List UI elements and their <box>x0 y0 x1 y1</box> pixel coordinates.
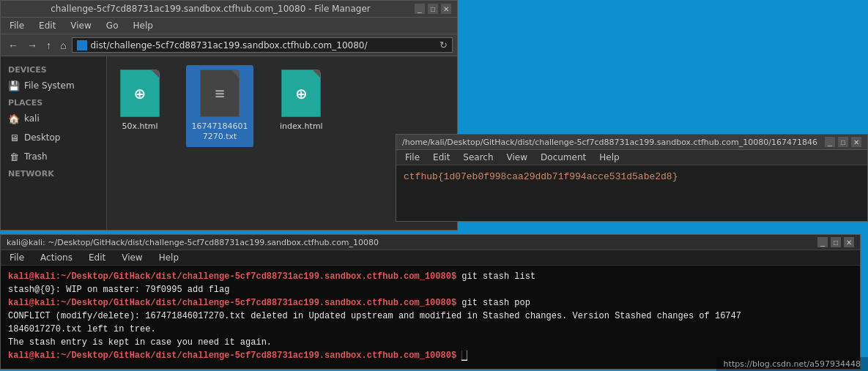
sidebar: DEVICES 💾 File System PLACES 🏠 kali 🖥 De… <box>1 56 107 230</box>
status-text: https://blog.csdn.net/a597934448 <box>724 359 861 369</box>
terminal-maximize[interactable]: □ <box>831 237 841 247</box>
menu-file[interactable]: File <box>7 20 27 31</box>
terminal-window: kali@kali: ~/Desktop/GitHack/dist/challe… <box>0 234 861 370</box>
txt-icon-symbol: ≡ <box>214 86 225 101</box>
terminal-cmd-0: git stash list <box>456 271 535 282</box>
file-manager-menubar: File Edit View Go Help <box>1 18 457 34</box>
terminal-titlebar: kali@kali: ~/Desktop/GitHack/dist/challe… <box>1 235 860 250</box>
terminal-output-5: The stash entry is kept in case you need… <box>8 337 272 348</box>
menu-go[interactable]: Go <box>103 20 122 31</box>
file-icon-index: ⊕ <box>281 70 321 117</box>
window-controls: _ □ ✕ <box>415 4 451 14</box>
menu-edit[interactable]: Edit <box>36 20 59 31</box>
minimize-button[interactable]: _ <box>415 4 425 14</box>
fm-body: DEVICES 💾 File System PLACES 🏠 kali 🖥 De… <box>1 56 457 230</box>
file-manager-title: challenge-5cf7cd88731ac199.sandbox.ctfhu… <box>7 4 415 14</box>
file-icon-50x: ⊕ <box>120 70 160 117</box>
terminal-menubar: File Actions Edit View Help <box>1 250 860 266</box>
trash-icon: 🗑 <box>8 151 20 162</box>
address-bar[interactable]: dist/challenge-5cf7cd88731ac199.sandbox.… <box>72 37 453 53</box>
toolbar: ← → ↑ ⌂ dist/challenge-5cf7cd88731ac199.… <box>1 34 457 56</box>
terminal-line-1: stash@{0}: WIP on master: 79f0995 add fl… <box>8 283 853 296</box>
editor-menu-view[interactable]: View <box>504 151 530 163</box>
terminal-prompt-0: kali@kali:~/Desktop/GitHack/dist/challen… <box>8 271 456 282</box>
term-menu-file[interactable]: File <box>7 252 27 263</box>
html-icon-symbol: ⊕ <box>134 85 146 102</box>
terminal-controls: _ □ ✕ <box>817 237 854 247</box>
editor-text: ctfhub{1d07eb0f998caa29ddb71f994acce531d… <box>404 171 678 182</box>
editor-menu-file[interactable]: File <box>402 151 423 163</box>
index-icon-symbol: ⊕ <box>295 85 308 102</box>
terminal-prompt-2: kali@kali:~/Desktop/GitHack/dist/challen… <box>8 298 456 308</box>
terminal-output-3: CONFLICT (modify/delete): 16747184601727… <box>8 311 741 321</box>
sidebar-item-filesystem-label: File System <box>24 80 75 91</box>
sidebar-item-filesystem[interactable]: 💾 File System <box>1 76 106 95</box>
editor-content: ctfhub{1d07eb0f998caa29ddb71f994acce531d… <box>396 165 867 221</box>
term-menu-edit[interactable]: Edit <box>86 252 108 263</box>
terminal-line-3: CONFLICT (modify/delete): 16747184601727… <box>8 310 853 323</box>
file-label-index: index.html <box>280 121 323 132</box>
sidebar-item-desktop[interactable]: 🖥 Desktop <box>1 128 106 147</box>
editor-titlebar: /home/kali/Desktop/GitHack/dist/challeng… <box>396 135 867 150</box>
file-item-txt[interactable]: ≡ 167471846017270.txt <box>186 65 253 147</box>
close-button[interactable]: ✕ <box>441 4 451 14</box>
sidebar-item-kali[interactable]: 🏠 kali <box>1 109 106 128</box>
terminal-cursor: █ <box>456 351 467 361</box>
file-item-50x[interactable]: ⊕ 50x.html <box>116 65 164 136</box>
status-bar: https://blog.csdn.net/a597934448 <box>716 357 868 371</box>
sidebar-item-desktop-label: Desktop <box>24 132 61 143</box>
terminal-output-1: stash@{0}: WIP on master: 79f0995 add fl… <box>8 285 229 295</box>
forward-button[interactable]: → <box>24 38 40 53</box>
home-button[interactable]: ⌂ <box>57 38 69 53</box>
terminal-output-4: 1846017270.txt left in tree. <box>8 324 156 334</box>
terminal-prompt-6: kali@kali:~/Desktop/GitHack/dist/challen… <box>8 351 456 361</box>
editor-menu-document[interactable]: Document <box>538 151 589 163</box>
terminal-minimize[interactable]: _ <box>817 237 828 247</box>
desktop-icon: 🖥 <box>8 132 20 143</box>
terminal-line-0: kali@kali:~/Desktop/GitHack/dist/challen… <box>8 270 853 283</box>
filesystem-icon: 💾 <box>8 80 20 91</box>
term-menu-actions[interactable]: Actions <box>37 252 75 263</box>
terminal-line-4: 1846017270.txt left in tree. <box>8 323 853 336</box>
sidebar-item-kali-label: kali <box>24 113 40 124</box>
file-item-index[interactable]: ⊕ index.html <box>275 65 327 136</box>
sidebar-section-devices: DEVICES <box>1 62 106 76</box>
file-label-txt: 167471846017270.txt <box>190 121 249 143</box>
terminal-close[interactable]: ✕ <box>844 237 854 247</box>
editor-menu-help[interactable]: Help <box>596 151 622 163</box>
menu-view[interactable]: View <box>67 20 94 31</box>
sidebar-section-network: NETWORK <box>1 166 106 180</box>
text-editor-window: /home/kali/Desktop/GitHack/dist/challeng… <box>396 134 868 222</box>
editor-title: /home/kali/Desktop/GitHack/dist/challeng… <box>402 138 817 147</box>
file-label-50x: 50x.html <box>122 121 157 132</box>
editor-menubar: File Edit Search View Document Help <box>396 150 867 165</box>
menu-help[interactable]: Help <box>130 20 155 31</box>
file-manager-titlebar: challenge-5cf7cd88731ac199.sandbox.ctfhu… <box>1 1 457 18</box>
terminal-line-5: The stash entry is kept in case you need… <box>8 336 853 349</box>
editor-menu-edit[interactable]: Edit <box>430 151 453 163</box>
editor-window-controls: _ □ ✕ <box>825 137 861 147</box>
back-button[interactable]: ← <box>5 38 21 53</box>
sidebar-section-places: PLACES <box>1 95 106 109</box>
kali-icon: 🏠 <box>8 113 20 124</box>
sidebar-item-trash-label: Trash <box>24 151 48 162</box>
editor-menu-search[interactable]: Search <box>460 151 496 163</box>
terminal-line-2: kali@kali:~/Desktop/GitHack/dist/challen… <box>8 296 853 310</box>
terminal-title: kali@kali: ~/Desktop/GitHack/dist/challe… <box>7 238 379 247</box>
address-text: dist/challenge-5cf7cd88731ac199.sandbox.… <box>90 40 437 50</box>
term-menu-help[interactable]: Help <box>156 252 182 263</box>
address-icon <box>77 40 87 50</box>
terminal-content[interactable]: kali@kali:~/Desktop/GitHack/dist/challen… <box>1 266 860 369</box>
term-menu-view[interactable]: View <box>119 252 145 263</box>
up-button[interactable]: ↑ <box>43 38 54 53</box>
file-icon-txt: ≡ <box>200 70 240 117</box>
terminal-cmd-2: git stash pop <box>456 298 530 308</box>
reload-button[interactable]: ↻ <box>439 40 448 50</box>
maximize-button[interactable]: □ <box>428 4 438 14</box>
editor-maximize[interactable]: □ <box>838 137 848 147</box>
editor-minimize[interactable]: _ <box>825 137 835 147</box>
editor-close[interactable]: ✕ <box>851 137 861 147</box>
file-manager-window: challenge-5cf7cd88731ac199.sandbox.ctfhu… <box>0 0 458 231</box>
sidebar-item-trash[interactable]: 🗑 Trash <box>1 147 106 166</box>
